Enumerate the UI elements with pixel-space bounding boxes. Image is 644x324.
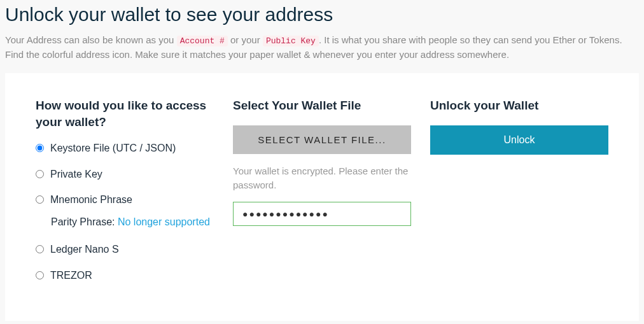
file-column: Select Your Wallet File SELECT WALLET FI…: [233, 97, 411, 283]
radio-mnemonic[interactable]: Mnemonic Phrase: [36, 193, 214, 207]
subtitle-text-2: or your: [228, 34, 263, 45]
password-input[interactable]: [233, 202, 411, 226]
radio-ledger-input[interactable]: [36, 245, 44, 253]
parity-link[interactable]: No longer supported: [118, 216, 210, 227]
access-column: How would you like to access your wallet…: [36, 97, 214, 283]
select-wallet-file-button[interactable]: SELECT WALLET FILE...: [233, 125, 411, 154]
password-help-text: Your wallet is encrypted. Please enter t…: [233, 164, 411, 193]
parity-note: Parity Phrase: No longer supported: [51, 215, 214, 230]
radio-mnemonic-label: Mnemonic Phrase: [50, 193, 214, 207]
unlock-button[interactable]: Unlock: [430, 125, 608, 155]
parity-prefix: Parity Phrase:: [51, 216, 118, 227]
unlock-heading: Unlock your Wallet: [430, 97, 608, 114]
radio-mnemonic-input[interactable]: [36, 195, 44, 204]
radio-keystore-label: Keystore File (UTC / JSON): [50, 141, 214, 155]
radio-ledger[interactable]: Ledger Nano S: [36, 243, 214, 257]
subtitle-text-1: Your Address can also be known as you: [5, 34, 177, 45]
radio-trezor[interactable]: TREZOR: [36, 269, 214, 283]
file-heading: Select Your Wallet File: [233, 97, 411, 114]
radio-trezor-label: TREZOR: [50, 269, 214, 283]
wallet-card: How would you like to access your wallet…: [5, 73, 639, 321]
access-radio-list: Keystore File (UTC / JSON) Private Key M…: [36, 141, 214, 283]
public-key-tag: Public Key: [263, 36, 319, 46]
radio-keystore-input[interactable]: [36, 144, 44, 152]
radio-keystore[interactable]: Keystore File (UTC / JSON): [36, 141, 214, 155]
unlock-column: Unlock your Wallet Unlock: [430, 97, 608, 283]
radio-trezor-input[interactable]: [36, 271, 44, 279]
radio-private-key-label: Private Key: [50, 167, 214, 181]
radio-private-key-input[interactable]: [36, 170, 44, 178]
access-heading: How would you like to access your wallet…: [36, 97, 214, 130]
page-title: Unlock your wallet to see your address: [5, 4, 639, 25]
page-subtitle: Your Address can also be known as you Ac…: [5, 33, 639, 62]
radio-private-key[interactable]: Private Key: [36, 167, 214, 181]
account-number-tag: Account #: [177, 36, 228, 46]
radio-ledger-label: Ledger Nano S: [50, 243, 214, 257]
